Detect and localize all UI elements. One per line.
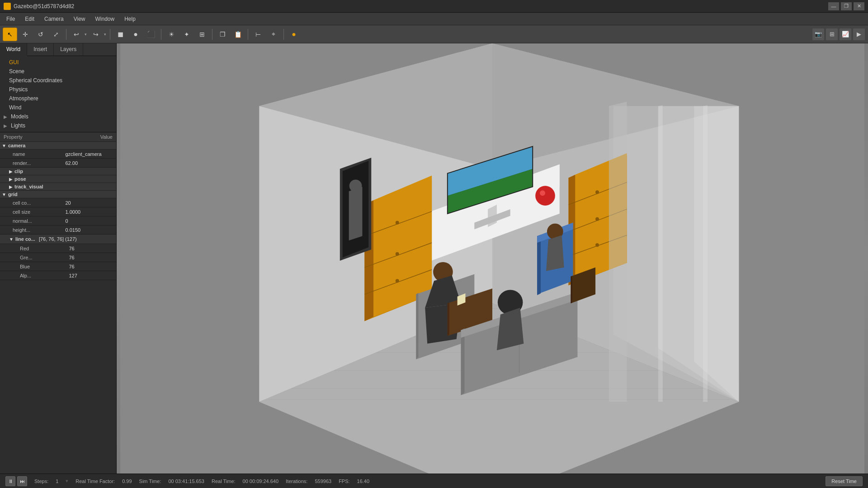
particle-tool[interactable]: ✦ — [179, 28, 194, 41]
gazebo-icon — [4, 3, 11, 10]
rotate-tool[interactable]: ↺ — [33, 28, 48, 41]
record-tool[interactable]: ▶ — [853, 28, 865, 41]
undo-button[interactable]: ↩ — [69, 28, 84, 41]
grid-section[interactable]: ▼ grid — [0, 191, 116, 198]
prop-row-blue: Blue 76 — [0, 262, 116, 271]
undo-dropdown-arrow[interactable]: ▾ — [84, 31, 88, 38]
redo-button[interactable]: ↪ — [89, 28, 103, 41]
align-tool[interactable]: ⊢ — [251, 28, 265, 41]
menu-file[interactable]: File — [2, 14, 19, 24]
prop-row-height: height... 0.0150 — [0, 225, 116, 235]
pause-button[interactable]: ⏸ — [5, 476, 15, 486]
prop-val-height: 0.0150 — [64, 226, 117, 234]
copy-tool[interactable]: ❐ — [215, 28, 230, 41]
chart-tool[interactable]: 📈 — [839, 28, 852, 41]
lights-label: Lights — [11, 122, 25, 129]
left-panel-tabs[interactable]: World Insert Layers — [0, 43, 116, 56]
scale-tool[interactable]: ⤢ — [49, 28, 63, 41]
cylinder-tool[interactable]: ⬛ — [144, 28, 158, 41]
redo-dropdown-arrow[interactable]: ▾ — [103, 31, 107, 38]
tree-item-atmosphere[interactable]: Atmosphere — [0, 94, 116, 103]
pose-section[interactable]: ▶ pose — [0, 175, 116, 183]
clip-section[interactable]: ▶ clip — [0, 168, 116, 175]
tree-item-gui[interactable]: GUI — [0, 58, 116, 67]
undo-group[interactable]: ↩ ▾ — [69, 28, 88, 41]
titlebar-controls[interactable]: — ❐ ✕ — [828, 2, 864, 10]
properties-body: ▼ camera name gzclient_camera render... … — [0, 142, 116, 474]
prop-key-normal: normal... — [9, 217, 64, 225]
minimize-button[interactable]: — — [828, 2, 839, 10]
scene-svg — [117, 43, 868, 474]
grid-tool[interactable]: ⊞ — [195, 28, 209, 41]
toolbar: ↖ ✛ ↺ ⤢ ↩ ▾ ↪ ▾ ◼ ● ⬛ ☀ ✦ ⊞ ❐ 📋 ⊢ ⌖ ● 📷 … — [0, 25, 868, 43]
iterations-label: Iterations: — [286, 479, 307, 484]
track-visual-section[interactable]: ▶ track_visual — [0, 183, 116, 191]
prop-key-red: Red — [16, 245, 67, 252]
svg-point-39 — [595, 190, 599, 194]
restore-button[interactable]: ❐ — [841, 2, 852, 10]
tree-item-wind[interactable]: Wind — [0, 103, 116, 112]
viewport[interactable] — [117, 43, 868, 474]
prop-row-name: name gzclient_camera — [0, 150, 116, 159]
close-button[interactable]: ✕ — [854, 2, 864, 10]
sphere-tool[interactable]: ● — [128, 28, 143, 41]
prop-key-render: render... — [9, 160, 64, 167]
menu-help[interactable]: Help — [120, 14, 140, 24]
rtf-value: 0.99 — [122, 479, 132, 484]
tree-item-physics[interactable]: Physics — [0, 85, 116, 94]
view-type-tool[interactable]: ⊞ — [826, 28, 838, 41]
svg-marker-47 — [416, 293, 418, 359]
svg-point-31 — [396, 252, 399, 256]
physics-label: Physics — [9, 86, 28, 93]
prop-key-green: Gre... — [16, 254, 67, 261]
svg-point-40 — [595, 217, 599, 221]
sim-time-label: Sim Time: — [139, 479, 161, 484]
prop-key-height: height... — [9, 226, 64, 234]
menu-edit[interactable]: Edit — [20, 14, 39, 24]
playback-controls[interactable]: ⏸ ⏭ — [5, 476, 27, 486]
redo-group[interactable]: ↪ ▾ — [89, 28, 107, 41]
real-time-value: 00 00:09:24.640 — [243, 479, 279, 484]
svg-marker-71 — [703, 105, 708, 402]
svg-marker-44 — [349, 187, 363, 240]
menu-camera[interactable]: Camera — [40, 14, 68, 24]
step-button[interactable]: ⏭ — [17, 476, 27, 486]
snap-tool[interactable]: ⌖ — [266, 28, 281, 41]
box-tool[interactable]: ◼ — [113, 28, 127, 41]
sim-time-value: 00 03:41:15.653 — [168, 479, 204, 484]
lights-expand-icon: ▶ — [4, 123, 9, 128]
fps-label: FPS: — [339, 479, 349, 484]
translate-tool[interactable]: ✛ — [18, 28, 33, 41]
line-color-value: [76, 76, 76] (127) — [37, 235, 114, 243]
paste-tool[interactable]: 📋 — [231, 28, 245, 41]
titlebar-left: Gazebo@51d5787d4d82 — [4, 3, 74, 10]
tab-world[interactable]: World — [0, 43, 27, 56]
track-visual-expand-icon: ▶ — [9, 184, 13, 189]
menu-window[interactable]: Window — [91, 14, 119, 24]
svg-point-41 — [595, 243, 599, 247]
models-label: Models — [11, 113, 28, 120]
tree-item-scene[interactable]: Scene — [0, 67, 116, 76]
tree-item-spherical[interactable]: Spherical Coordinates — [0, 76, 116, 85]
svg-marker-52 — [537, 235, 541, 295]
titlebar-title: Gazebo@51d5787d4d82 — [14, 3, 74, 9]
prop-key-blue: Blue — [16, 263, 67, 270]
prop-val-blue: 76 — [67, 263, 117, 270]
tree-item-models[interactable]: ▶ Models — [0, 112, 116, 121]
camera-tool[interactable]: 📷 — [812, 28, 825, 41]
tab-insert[interactable]: Insert — [27, 43, 54, 56]
camera-section[interactable]: ▼ camera — [0, 142, 116, 150]
select-tool[interactable]: ↖ — [3, 28, 17, 41]
camera-expand-icon: ▼ — [2, 143, 6, 148]
tab-layers[interactable]: Layers — [54, 43, 83, 56]
line-color-section[interactable]: ▼ line co... [76, 76, 76] (127) — [0, 235, 116, 244]
scene-3d[interactable] — [117, 43, 868, 474]
orange-object-tool[interactable]: ● — [287, 28, 301, 41]
light-tool[interactable]: ☀ — [164, 28, 179, 41]
menu-view[interactable]: View — [69, 14, 90, 24]
tree-item-lights[interactable]: ▶ Lights — [0, 121, 116, 130]
reset-time-button[interactable]: Reset Time — [826, 476, 863, 486]
svg-marker-66 — [571, 276, 572, 303]
toolbar-sep-4 — [212, 29, 212, 40]
prop-key-cell-count: cell co... — [9, 199, 64, 206]
